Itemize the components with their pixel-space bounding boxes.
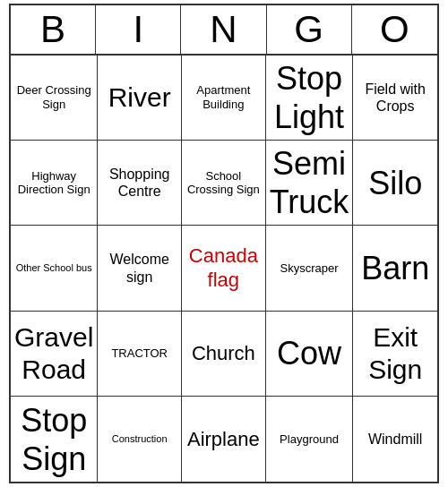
bingo-cell[interactable]: Construction bbox=[98, 397, 182, 482]
bingo-cell[interactable]: Exit Sign bbox=[353, 312, 437, 397]
bingo-cell[interactable]: Canada flag bbox=[182, 226, 266, 311]
cell-label: Semi Truck bbox=[270, 144, 349, 221]
bingo-cell[interactable]: Cow bbox=[266, 312, 354, 397]
header-letter: B bbox=[11, 5, 96, 54]
bingo-cell[interactable]: Stop Sign bbox=[11, 397, 98, 482]
bingo-grid: Deer Crossing SignRiverApartment Buildin… bbox=[11, 56, 437, 483]
bingo-cell[interactable]: Windmill bbox=[353, 397, 437, 482]
header-letter: I bbox=[96, 5, 181, 54]
cell-label: Barn bbox=[361, 249, 429, 287]
cell-label: Stop Sign bbox=[14, 401, 93, 478]
bingo-cell[interactable]: Semi Truck bbox=[266, 141, 354, 226]
cell-label: Field with Crops bbox=[357, 81, 434, 115]
cell-label: Cow bbox=[277, 334, 341, 372]
header-letter: O bbox=[352, 5, 437, 54]
cell-label: Skyscraper bbox=[280, 261, 338, 276]
cell-label: Canada flag bbox=[185, 244, 262, 292]
bingo-cell[interactable]: School Crossing Sign bbox=[182, 141, 266, 226]
bingo-cell[interactable]: Welcome sign bbox=[98, 226, 182, 311]
cell-label: Stop Light bbox=[270, 59, 349, 136]
bingo-cell[interactable]: Other School bus bbox=[11, 226, 98, 311]
cell-label: Windmill bbox=[368, 431, 422, 448]
cell-label: Church bbox=[192, 342, 255, 365]
cell-label: Construction bbox=[112, 433, 168, 445]
cell-label: Highway Direction Sign bbox=[14, 169, 93, 197]
bingo-cell[interactable]: Stop Light bbox=[266, 56, 354, 141]
cell-label: Apartment Building bbox=[185, 83, 262, 111]
bingo-cell[interactable]: River bbox=[98, 56, 182, 141]
bingo-cell[interactable]: Church bbox=[182, 312, 266, 397]
cell-label: Playground bbox=[280, 432, 339, 447]
bingo-cell[interactable]: Barn bbox=[353, 226, 437, 311]
bingo-cell[interactable]: Gravel Road bbox=[11, 312, 98, 397]
bingo-card: BINGO Deer Crossing SignRiverApartment B… bbox=[9, 4, 439, 484]
cell-label: Other School bus bbox=[16, 262, 92, 274]
cell-label: Airplane bbox=[187, 428, 260, 451]
header-letter: N bbox=[181, 5, 266, 54]
header-letter: G bbox=[267, 5, 352, 54]
bingo-header: BINGO bbox=[11, 5, 437, 56]
bingo-cell[interactable]: Shopping Centre bbox=[98, 141, 182, 226]
bingo-cell[interactable]: Playground bbox=[266, 397, 354, 482]
cell-label: Shopping Centre bbox=[101, 166, 177, 200]
bingo-cell[interactable]: Airplane bbox=[182, 397, 266, 482]
bingo-cell[interactable]: Silo bbox=[353, 141, 437, 226]
cell-label: Silo bbox=[368, 164, 422, 202]
cell-label: School Crossing Sign bbox=[185, 169, 262, 197]
cell-label: Welcome sign bbox=[101, 251, 177, 285]
cell-label: Deer Crossing Sign bbox=[14, 83, 93, 111]
cell-label: Exit Sign bbox=[357, 321, 434, 386]
bingo-cell[interactable]: Deer Crossing Sign bbox=[11, 56, 98, 141]
bingo-cell[interactable]: Highway Direction Sign bbox=[11, 141, 98, 226]
bingo-cell[interactable]: Skyscraper bbox=[266, 226, 354, 311]
cell-label: River bbox=[108, 81, 171, 114]
bingo-cell[interactable]: Apartment Building bbox=[182, 56, 266, 141]
bingo-cell[interactable]: Field with Crops bbox=[353, 56, 437, 141]
cell-label: Gravel Road bbox=[14, 321, 93, 386]
bingo-cell[interactable]: TRACTOR bbox=[98, 312, 182, 397]
cell-label: TRACTOR bbox=[111, 346, 168, 361]
